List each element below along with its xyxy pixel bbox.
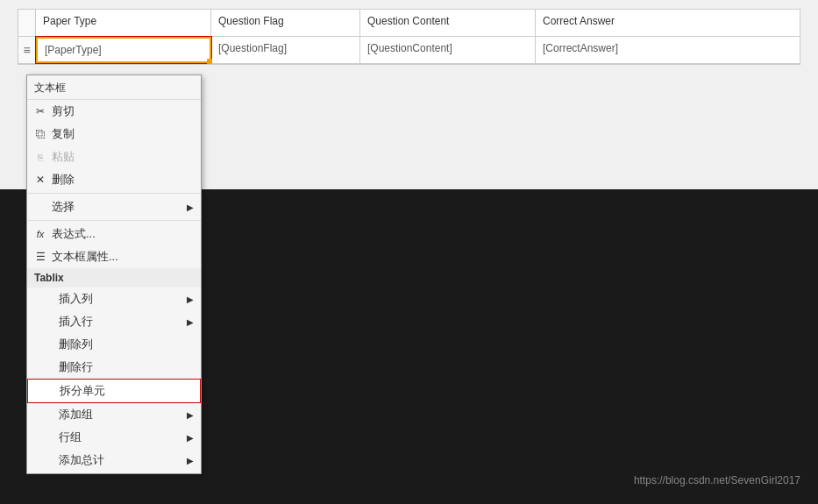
row-indicator xyxy=(18,10,36,36)
menu-item-expression[interactable]: fx 表达式... xyxy=(27,223,201,245)
row-indicator-data: ≡ xyxy=(18,37,36,63)
expression-icon: fx xyxy=(32,229,48,239)
menu-item-delete-col[interactable]: 删除列 xyxy=(27,333,201,356)
menu-item-row-group[interactable]: 行组 xyxy=(27,426,201,449)
cell-question-flag-data[interactable]: [QuestionFlag] xyxy=(211,37,360,63)
menu-item-delete-row[interactable]: 删除行 xyxy=(27,356,201,379)
menu-item-split-cell[interactable]: 拆分单元 xyxy=(27,379,201,403)
menu-item-insert-row[interactable]: 插入行 xyxy=(27,310,201,333)
header-question-content: Question Content xyxy=(360,10,536,36)
resize-handle[interactable] xyxy=(207,59,212,64)
copy-icon: ⿻ xyxy=(32,129,48,139)
menu-item-select[interactable]: 选择 xyxy=(27,195,201,218)
table-area: Paper Type Question Flag Question Conten… xyxy=(18,9,800,65)
cell-question-content-data[interactable]: [QuestionContent] xyxy=(360,37,536,63)
table-data-row: ≡ [PaperType] [QuestionFlag] [QuestionCo… xyxy=(18,37,800,64)
menu-section-tablix: Tablix xyxy=(27,268,201,287)
delete-icon: ✕ xyxy=(32,174,48,186)
table-header-row: Paper Type Question Flag Question Conten… xyxy=(18,10,800,37)
menu-item-insert-col[interactable]: 插入列 xyxy=(27,287,201,310)
header-correct-answer: Correct Answer xyxy=(536,10,690,36)
cell-paper-type-data[interactable]: [PaperType] xyxy=(36,37,211,63)
menu-divider-2 xyxy=(27,220,201,221)
paste-icon: ⎘ xyxy=(32,153,48,162)
textbox-props-icon: ☰ xyxy=(32,251,48,263)
menu-item-add-group[interactable]: 添加组 xyxy=(27,403,201,426)
context-menu: 文本框 ✂ 剪切 ⿻ 复制 ⎘ 粘贴 ✕ 删除 选择 fx 表达式... ☰ 文… xyxy=(26,75,202,474)
cut-icon: ✂ xyxy=(32,105,48,117)
url-text: https://blog.csdn.net/SevenGirl2017 xyxy=(634,474,800,486)
menu-item-add-total[interactable]: 添加总计 xyxy=(27,449,201,472)
header-paper-type: Paper Type xyxy=(36,10,211,36)
menu-divider-1 xyxy=(27,193,201,194)
menu-section-textbox: 文本框 xyxy=(27,77,201,100)
menu-item-cut[interactable]: ✂ 剪切 xyxy=(27,100,201,123)
menu-item-delete[interactable]: ✕ 删除 xyxy=(27,168,201,191)
menu-item-paste[interactable]: ⎘ 粘贴 xyxy=(27,146,201,168)
cell-correct-answer-data[interactable]: [CorrectAnswer] xyxy=(536,37,690,63)
menu-item-copy[interactable]: ⿻ 复制 xyxy=(27,123,201,146)
header-question-flag: Question Flag xyxy=(211,10,360,36)
menu-item-textbox-props[interactable]: ☰ 文本框属性... xyxy=(27,245,201,268)
